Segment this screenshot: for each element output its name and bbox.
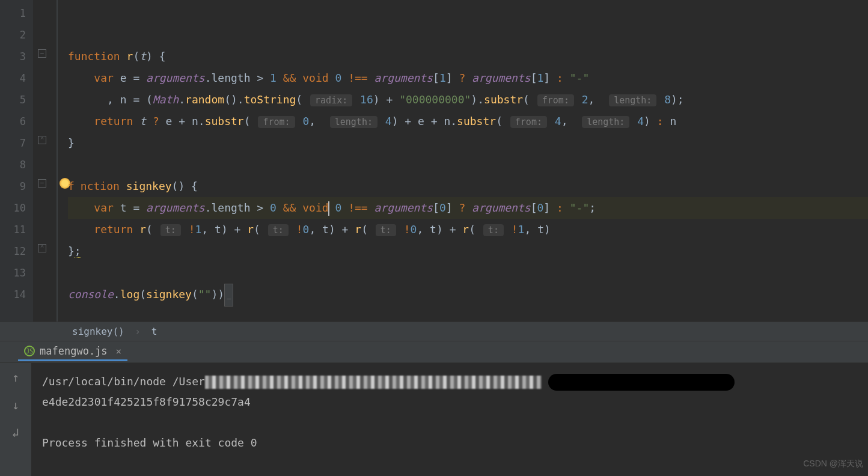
line-number: 5: [0, 89, 26, 111]
console-line: /usr/local/bin/node /User: [42, 371, 857, 392]
parameter-hint: t:: [376, 224, 396, 236]
code-area[interactable]: function r(t) { var e = arguments.length…: [57, 0, 868, 322]
up-arrow-icon[interactable]: ↑: [12, 370, 19, 385]
run-tab-bar: JS mafengwo.js ×: [0, 341, 868, 363]
line-number: 13: [0, 262, 26, 284]
parameter-hint: from:: [510, 116, 547, 128]
code-editor[interactable]: 1 2 3 4 5 6 7 8 9 10 11 12 13 14 − ⌃ − ⌃…: [0, 0, 868, 322]
soft-wrap-icon[interactable]: ↲: [12, 426, 19, 440]
run-toolbar: ↑ ↓ ↲: [0, 363, 31, 476]
line-number: 14: [0, 284, 26, 305]
line-number: 4: [0, 67, 26, 89]
parameter-hint: from:: [258, 116, 295, 128]
line-number: 2: [0, 24, 26, 46]
watermark: CSDN @浑天说: [803, 453, 863, 474]
redacted-path: [205, 376, 542, 389]
parameter-hint: t:: [483, 224, 504, 236]
console-output[interactable]: /usr/local/bin/node /User e4de2d2301f425…: [31, 363, 868, 476]
fold-column: − ⌃ − ⌃: [33, 0, 57, 322]
fold-end-icon[interactable]: ⌃: [38, 244, 46, 252]
code-line[interactable]: , n = (Math.random().toString( radix: 16…: [68, 89, 868, 111]
code-line[interactable]: [68, 24, 868, 46]
run-tab[interactable]: JS mafengwo.js ×: [18, 343, 127, 361]
code-line[interactable]: console.log(signkey(""))_: [68, 284, 868, 305]
code-line[interactable]: return r( t: !1, t) + r( t: !0, t) + r( …: [68, 219, 868, 240]
parameter-hint: t:: [160, 224, 181, 236]
fold-end-icon[interactable]: ⌃: [38, 136, 46, 144]
redacted-block: [548, 374, 735, 391]
fold-toggle-icon[interactable]: −: [38, 179, 46, 188]
code-line[interactable]: [68, 154, 868, 175]
line-number: 1: [0, 2, 26, 24]
parameter-hint: from:: [537, 94, 574, 106]
chevron-right-icon: ›: [135, 326, 141, 337]
code-line[interactable]: [68, 262, 868, 284]
run-tab-label: mafengwo.js: [40, 345, 108, 357]
line-number: 11: [0, 219, 26, 240]
run-tool-window: JS mafengwo.js × ↑ ↓ ↲ /usr/local/bin/no…: [0, 341, 868, 476]
line-number: 10: [0, 197, 26, 219]
code-line[interactable]: };: [68, 240, 868, 262]
down-arrow-icon[interactable]: ↓: [12, 398, 19, 412]
code-line[interactable]: [68, 2, 868, 24]
code-line[interactable]: }: [68, 132, 868, 154]
nodejs-icon: JS: [24, 346, 35, 356]
breadcrumb-var[interactable]: t: [151, 326, 157, 337]
line-number: 3: [0, 46, 26, 67]
parameter-hint: t:: [268, 224, 289, 236]
caret-indicator: _: [224, 284, 233, 307]
breadcrumb[interactable]: signkey() › t: [0, 322, 868, 341]
line-number: 8: [0, 154, 26, 175]
parameter-hint: length:: [609, 94, 656, 106]
code-line[interactable]: fnction signkey() {: [68, 175, 868, 197]
code-line[interactable]: var e = arguments.length > 1 && void 0 !…: [68, 67, 868, 89]
console-line: e4de2d2301f425215f8f91758c29c7a4: [42, 392, 857, 412]
code-line[interactable]: return t ? e + n.substr( from: 0, length…: [68, 111, 868, 132]
line-number-gutter: 1 2 3 4 5 6 7 8 9 10 11 12 13 14: [0, 0, 33, 322]
console-line: Process finished with exit code 0: [42, 433, 857, 453]
line-number: 6: [0, 111, 26, 132]
parameter-hint: radix:: [310, 94, 352, 106]
breadcrumb-fn[interactable]: signkey(): [72, 326, 124, 337]
code-line[interactable]: function r(t) {: [68, 46, 868, 67]
line-number: 9: [0, 175, 26, 197]
code-line-highlighted[interactable]: var t = arguments.length > 0 && void 0 !…: [68, 197, 868, 219]
fold-toggle-icon[interactable]: −: [38, 49, 46, 58]
parameter-hint: length:: [330, 116, 377, 128]
close-icon[interactable]: ×: [116, 346, 122, 357]
line-number: 12: [0, 240, 26, 262]
console-line: [42, 412, 857, 433]
parameter-hint: length:: [582, 116, 629, 128]
text-cursor: [328, 201, 329, 216]
line-number: 7: [0, 132, 26, 154]
